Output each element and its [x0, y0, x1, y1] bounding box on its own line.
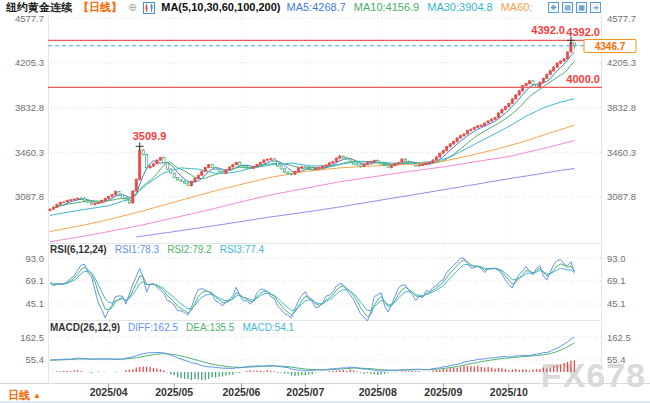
svg-text:45.1: 45.1 [607, 298, 626, 309]
svg-text:2025/07: 2025/07 [286, 386, 324, 398]
svg-text:2025/05: 2025/05 [155, 386, 193, 398]
svg-text:69.1: 69.1 [607, 275, 626, 286]
svg-text:2025/10: 2025/10 [490, 386, 528, 398]
ma-legend-value: MA5:4268.7 [286, 1, 345, 14]
pan-right-icon[interactable]: ➜ [590, 2, 601, 13]
svg-text:4577.7: 4577.7 [607, 13, 636, 24]
svg-text:2025/06: 2025/06 [222, 386, 260, 398]
svg-text:55.4: 55.4 [607, 354, 626, 365]
svg-text:3832.8: 3832.8 [15, 102, 44, 113]
ma-params-label: MA(5,10,30,60,100,200) [161, 1, 280, 14]
ma-legend-value: MA60: [501, 1, 533, 14]
indicator-value-label: DIFF:162.5 [128, 322, 178, 333]
indicator-value-label: MACD:54.1 [242, 322, 294, 333]
symbol-name: 纽约黄金连续 [6, 1, 72, 14]
indicator-value-label: RSI3:77.4 [220, 244, 264, 255]
svg-text:93.0: 93.0 [26, 253, 45, 264]
svg-text:55.4: 55.4 [26, 354, 45, 365]
indicator-value-label: RSI2:79.2 [167, 244, 211, 255]
svg-text:162.5: 162.5 [20, 332, 44, 343]
ma-legend-value: MA30:3904.8 [427, 1, 492, 14]
circle-plus-icon[interactable]: ⊕ [128, 1, 137, 14]
candlestick-chart-canvas[interactable]: 4392.04000.03509.94392.04346.74577.74577… [0, 0, 650, 403]
svg-text:2025/08: 2025/08 [359, 386, 397, 398]
indicator-value-label: RSI1:78.3 [115, 244, 159, 255]
svg-text:4205.3: 4205.3 [607, 57, 636, 68]
ma-legend-value: MA10:4156.9 [354, 1, 419, 14]
svg-text:4346.7: 4346.7 [595, 41, 626, 52]
svg-text:3460.3: 3460.3 [15, 147, 44, 158]
indicator-value-label: DEA:135.5 [186, 322, 234, 333]
svg-text:2025/09: 2025/09 [424, 386, 462, 398]
svg-text:3087.8: 3087.8 [15, 191, 44, 202]
svg-text:4577.7: 4577.7 [15, 13, 44, 24]
svg-text:3087.8: 3087.8 [607, 191, 636, 202]
caret-up-icon: ▲ [33, 391, 41, 400]
pan-icon[interactable]: ✥ [548, 2, 559, 13]
price-lines: 4392.04000.0 [48, 26, 602, 87]
ma-line-ma60 [50, 125, 574, 231]
ma-lines [50, 52, 574, 242]
indicator-param-label: RSI(6,12,24) [50, 244, 107, 255]
rsi-panel [50, 258, 574, 321]
macd-panel [50, 337, 574, 380]
rsi-header: RSI(6,12,24)RSI1:78.3RSI2:79.2RSI3:77.4 [50, 244, 264, 255]
svg-text:4000.0: 4000.0 [566, 73, 600, 85]
ma-line-ma100 [50, 141, 574, 242]
svg-text:69.1: 69.1 [26, 275, 45, 286]
zoom-out-chart-icon[interactable]: ▤ [562, 2, 573, 13]
svg-text:3460.3: 3460.3 [607, 147, 636, 158]
svg-text:2025/04: 2025/04 [90, 386, 128, 398]
kline-chart-icon[interactable] [143, 2, 155, 14]
svg-text:162.5: 162.5 [607, 332, 631, 343]
axis-labels: 4577.74577.74205.34205.33832.83832.83460… [15, 13, 636, 399]
chart-app: 纽约黄金连续 【日线】 ⊕ MA(5,10,30,60,100,200) MA5… [0, 0, 650, 403]
chart-header: 纽约黄金连续 【日线】 ⊕ MA(5,10,30,60,100,200) MA5… [6, 1, 546, 14]
zoom-in-chart-icon[interactable]: ▦ [576, 2, 587, 13]
svg-text:93.0: 93.0 [607, 253, 626, 264]
svg-text:3832.8: 3832.8 [607, 102, 636, 113]
macd-header: MACD(26,12,9)DIFF:162.5DEA:135.5MACD:54.… [50, 322, 294, 333]
last-price-box: 4346.7 [584, 40, 636, 53]
svg-text:45.1: 45.1 [26, 298, 45, 309]
svg-text:4392.0: 4392.0 [531, 24, 565, 36]
period-tag[interactable]: 【日线】 [78, 1, 122, 14]
svg-text:4205.3: 4205.3 [15, 57, 44, 68]
window-control-icons: ✥▤▦➜ [548, 2, 601, 13]
ma-legend-values: MA5:4268.7MA10:4156.9MA30:3904.8MA60: [286, 1, 532, 14]
indicator-param-label: MACD(26,12,9) [50, 322, 120, 333]
svg-text:3509.9: 3509.9 [133, 130, 167, 142]
candlestick-series [49, 40, 576, 211]
ma-line-ma5 [54, 52, 575, 208]
